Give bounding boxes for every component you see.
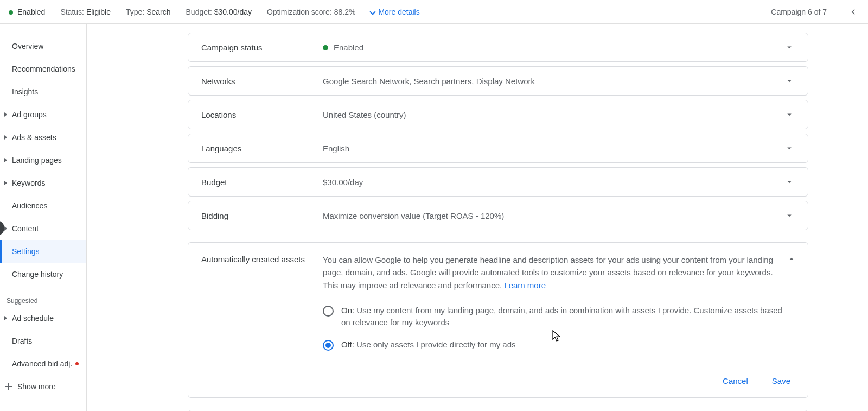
expand-toggle[interactable] [784,176,795,187]
sidebar-item-label: Audiences [12,201,47,210]
sidebar-item-ad-schedule[interactable]: Ad schedule [0,307,86,330]
sidebar-item-recommendations[interactable]: Recommendations [0,58,86,80]
option-on-text: Use my content from my landing page, dom… [341,306,782,327]
settings-main: Campaign status Enabled Networks Google … [87,24,868,411]
sidebar-subhead-suggested: Suggested [0,293,86,307]
status-pill[interactable]: Enabled [9,8,45,16]
sidebar-item-landing-pages[interactable]: Landing pages [0,149,86,172]
save-button[interactable]: Save [768,373,795,389]
status-field: Status: Eligible [60,8,111,16]
sidebar-item-ad-groups[interactable]: Ad groups [0,103,86,126]
sidebar: Overview Recommendations Insights Ad gro… [0,24,87,411]
sidebar-item-label: Ad groups [12,110,47,119]
sidebar-item-settings[interactable]: Settings [0,240,86,263]
option-off[interactable]: Off: Use only assets I provide directly … [323,339,784,351]
expand-toggle[interactable] [784,75,795,86]
type-key: Type: [126,8,144,16]
status-value: Eligible [86,8,111,16]
auto-assets-radio-group: On: Use my content from my landing page,… [323,305,784,351]
card-label: Campaign status [201,43,323,52]
auto-assets-description: You can allow Google to help you generat… [323,254,784,292]
option-on-bold: On: [341,306,354,315]
card-budget[interactable]: Budget $30.00/day [188,167,808,197]
notification-dot-icon [75,362,79,365]
sidebar-item-label: Change history [12,270,63,279]
collapse-toggle[interactable] [786,254,797,264]
expand-toggle[interactable] [784,143,795,154]
chevron-up-icon [787,254,796,264]
opt-value: 88.2% [334,8,356,16]
sidebar-item-label: Landing pages [12,156,62,165]
card-label: Locations [201,110,323,119]
budget-value: $30.00/day [214,8,252,16]
card-networks[interactable]: Networks Google Search Network, Search p… [188,66,808,96]
expand-toggle[interactable] [784,109,795,120]
option-off-text: Use only assets I provide directly for m… [354,340,516,349]
sidebar-item-label: Drafts [12,337,32,345]
card-label: Networks [201,77,323,86]
sidebar-item-audiences[interactable]: Audiences [0,194,86,217]
sidebar-item-label: Recommendations [12,65,75,73]
expand-toggle[interactable] [784,42,795,53]
option-on[interactable]: On: Use my content from my landing page,… [323,305,784,329]
campaign-counter: Campaign 6 of 7 [771,8,827,16]
caret-right-icon [4,112,7,117]
summary-bar: Enabled Status: Eligible Type: Search Bu… [0,0,868,24]
card-label: Budget [201,178,323,187]
learn-more-link[interactable]: Learn more [504,281,546,290]
sidebar-item-label: Ad schedule [12,314,54,323]
type-value: Search [146,8,170,16]
card-value: United States (country) [323,110,784,119]
sidebar-item-insights[interactable]: Insights [0,80,86,103]
card-locations[interactable]: Locations United States (country) [188,100,808,129]
radio-icon [323,340,334,351]
opt-key: Optimization score: [267,8,332,16]
caret-right-icon [4,158,7,162]
card-value: Maximize conversion value (Target ROAS -… [323,211,784,220]
sidebar-item-content[interactable]: Content [0,217,86,240]
budget-field: Budget: $30.00/day [186,8,252,16]
card-campaign-status[interactable]: Campaign status Enabled [188,33,808,62]
card-languages[interactable]: Languages English [188,134,808,163]
sidebar-item-label: Content [12,224,39,233]
budget-key: Budget: [186,8,212,16]
chevron-down-icon [784,110,794,119]
chevron-down-icon [784,42,794,52]
sidebar-item-label: Overview [12,42,43,50]
previous-campaign-button[interactable] [847,6,859,18]
card-value: $30.00/day [323,178,784,187]
sidebar-item-advanced-bid-adj[interactable]: Advanced bid adj. [0,352,86,375]
card-value: Google Search Network, Search partners, … [323,77,784,86]
card-value: Enabled [323,43,784,52]
sidebar-item-label: Advanced bid adj. [12,359,72,368]
optimization-score-field: Optimization score: 88.2% [267,8,355,16]
sidebar-item-label: Insights [12,87,38,96]
sidebar-item-label: Settings [12,247,40,256]
auto-assets-desc-text: You can allow Google to help you generat… [323,255,773,290]
more-details-link[interactable]: More details [371,8,419,16]
chevron-down-icon [784,76,794,86]
auto-assets-footer: Cancel Save [188,364,808,397]
status-key: Status: [60,8,84,16]
sidebar-item-overview[interactable]: Overview [0,35,86,58]
option-off-bold: Off: [341,340,354,349]
caret-right-icon [4,135,7,140]
sidebar-item-label: Ads & assets [12,133,56,142]
sidebar-item-keywords[interactable]: Keywords [0,172,86,194]
card-label: Languages [201,144,323,153]
more-details-label: More details [378,8,419,16]
campaign-status-value: Enabled [334,43,363,52]
chevron-left-icon [848,7,859,17]
caret-right-icon [4,181,7,185]
sidebar-item-change-history[interactable]: Change history [0,263,86,286]
status-dot-icon [9,10,13,15]
sidebar-show-more[interactable]: Show more [0,375,86,398]
card-bidding[interactable]: Bidding Maximize conversion value (Targe… [188,201,808,230]
sidebar-item-drafts[interactable]: Drafts [0,330,86,352]
chevron-down-icon [784,143,794,153]
card-label: Bidding [201,211,323,220]
expand-toggle[interactable] [784,210,795,221]
sidebar-item-ads-assets[interactable]: Ads & assets [0,126,86,149]
cancel-button[interactable]: Cancel [718,373,752,389]
card-auto-assets: Automatically created assets You can all… [188,242,808,398]
